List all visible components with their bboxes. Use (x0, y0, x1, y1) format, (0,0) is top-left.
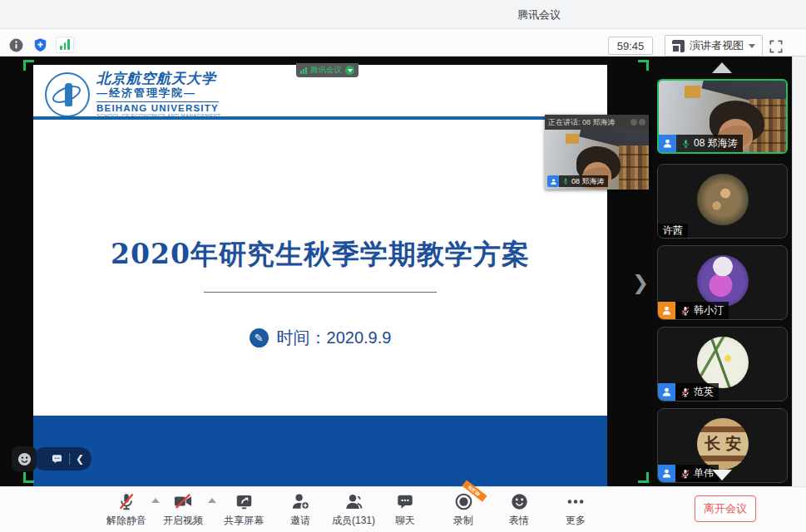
participant-name: 许茜 (663, 224, 683, 238)
slide-date: 时间：2020.9.9 (277, 327, 392, 349)
video-options-caret[interactable] (208, 498, 216, 503)
record-icon: NEW (452, 491, 474, 511)
participant-name: 单伟 (694, 466, 714, 480)
start-video-button[interactable]: 开启视频 (156, 491, 210, 528)
participant-name-chip: 许茜 (658, 224, 688, 238)
user-badge-icon (658, 302, 675, 319)
participant-name: 韩小汀 (694, 303, 724, 318)
record-button[interactable]: NEW 录制 (437, 491, 490, 528)
chevron-down-icon (749, 44, 755, 48)
window-title: 腾讯会议 (517, 7, 561, 22)
slide-title: 2020年研究生秋季学期教学方案 (33, 236, 607, 273)
mic-on-icon (562, 177, 569, 185)
titlebar: 腾讯会议 (0, 0, 806, 29)
user-badge-icon (658, 465, 675, 482)
mic-muted-icon (116, 491, 137, 511)
chat-icon (394, 491, 416, 511)
emoji-button[interactable]: 表情 (492, 491, 546, 528)
share-region-corner (23, 472, 34, 483)
collapse-chevron-icon[interactable]: ❮ (76, 454, 84, 464)
view-mode-label: 演讲者视图 (690, 38, 744, 53)
university-cn-name: 北京航空航天大学 (96, 71, 220, 86)
participant-name-chip: 韩小汀 (658, 302, 729, 319)
main-stage: 北京航空航天大学 —经济管理学院— BEIHANG UNIVERSITY SCH… (0, 57, 653, 486)
popup-name-chip: 08 郑海涛 (547, 175, 608, 187)
shield-protect-icon[interactable] (32, 37, 48, 53)
avatar: 长安 (697, 418, 749, 470)
popup-close-icon[interactable] (639, 119, 645, 126)
participant-tile[interactable]: 08 郑海涛 (657, 79, 788, 154)
invite-button[interactable]: 邀请 (274, 491, 327, 528)
pill-divider (69, 453, 70, 465)
avatar (697, 337, 749, 388)
participant-tile[interactable]: 许茜 (657, 164, 788, 239)
more-button[interactable]: 更多 (549, 491, 602, 528)
popup-header: 正在讲话: 08 郑海涛 (545, 115, 649, 130)
participant-tile[interactable]: 范英 (657, 327, 788, 401)
share-region-corner (638, 472, 649, 483)
shared-slide: 北京航空航天大学 —经济管理学院— BEIHANG UNIVERSITY SCH… (33, 65, 607, 486)
mic-on-icon (681, 138, 690, 150)
invite-icon (289, 491, 311, 511)
status-icons (7, 37, 74, 53)
unmute-button[interactable]: 解除静音 (100, 491, 153, 528)
emoji-icon (508, 491, 530, 511)
sidebar-scrollbar[interactable] (792, 57, 806, 486)
timer-value: 59:45 (617, 40, 645, 52)
mic-muted-icon (680, 387, 690, 398)
fullscreen-icon (768, 38, 784, 55)
user-badge-icon (659, 135, 676, 152)
speaker-view-icon (672, 40, 685, 52)
fullscreen-button[interactable] (767, 37, 785, 56)
scroll-down-arrow-icon[interactable] (712, 470, 732, 480)
avatar (697, 255, 749, 307)
view-mode-button[interactable]: 演讲者视图 (665, 35, 763, 57)
chat-button[interactable]: 聊天 (378, 491, 432, 528)
leave-meeting-button[interactable]: 离开会议 (695, 495, 756, 522)
popup-pin-icon[interactable] (630, 119, 637, 126)
popup-speaker-name: 08 郑海涛 (571, 176, 605, 187)
participant-name: 范英 (694, 385, 714, 399)
active-speaker-popup[interactable]: 正在讲话: 08 郑海涛 08 郑海涛 (545, 115, 649, 190)
pencil-icon: ✎ (250, 328, 269, 347)
participant-name: 08 郑海涛 (694, 136, 738, 150)
quick-chat-icon[interactable] (51, 453, 63, 465)
avatar-text: 长安 (700, 433, 746, 455)
participant-tile[interactable]: 韩小汀 (657, 245, 788, 320)
participant-name-chip: 单伟 (658, 465, 719, 482)
scroll-up-arrow-icon[interactable] (712, 62, 732, 73)
mini-signal-icon (300, 67, 307, 74)
speaking-now-label: 正在讲话: 08 郑海涛 (548, 117, 629, 128)
mic-muted-icon (680, 305, 690, 317)
slide-date-row: ✎ 时间：2020.9.9 (33, 327, 607, 349)
slide-footer-band (33, 416, 607, 486)
meeting-window: 腾讯会议 59:45 演讲者视图 北京 (0, 0, 806, 532)
university-logo-block: 北京航空航天大学 —经济管理学院— BEIHANG UNIVERSITY SCH… (45, 71, 220, 119)
university-en-name: BEIHANG UNIVERSITY (96, 101, 219, 114)
share-region-corner (23, 60, 34, 71)
participants-sidebar: 08 郑海涛 许茜 韩小汀 (653, 57, 792, 486)
participant-name-chip: 08 郑海涛 (659, 135, 743, 152)
members-button[interactable]: 成员(131) (327, 491, 380, 528)
info-icon[interactable] (7, 37, 24, 53)
popup-video: 08 郑海涛 (545, 130, 649, 190)
screen-share-indicator[interactable]: 腾讯会议 (296, 63, 358, 77)
header-divider (33, 116, 607, 120)
share-dropdown-icon[interactable] (345, 66, 354, 75)
network-signal-icon[interactable] (56, 37, 74, 53)
next-page-chevron-icon[interactable]: ❯ (632, 271, 649, 294)
camera-off-icon (172, 491, 194, 511)
title-underline (204, 292, 437, 293)
share-region-corner (638, 60, 649, 71)
share-screen-button[interactable]: 共享屏幕 (217, 491, 270, 528)
user-badge-icon (547, 175, 559, 187)
user-badge-icon (658, 383, 675, 401)
share-screen-icon (233, 491, 255, 511)
meeting-timer: 59:45 (608, 37, 653, 55)
participant-name-chip: 范英 (658, 383, 719, 401)
share-indicator-label: 腾讯会议 (310, 65, 342, 76)
beihang-emblem-logo (45, 72, 90, 117)
more-icon (565, 491, 586, 511)
school-cn-name: —经济管理学院— (96, 87, 220, 100)
avatar (697, 174, 749, 225)
